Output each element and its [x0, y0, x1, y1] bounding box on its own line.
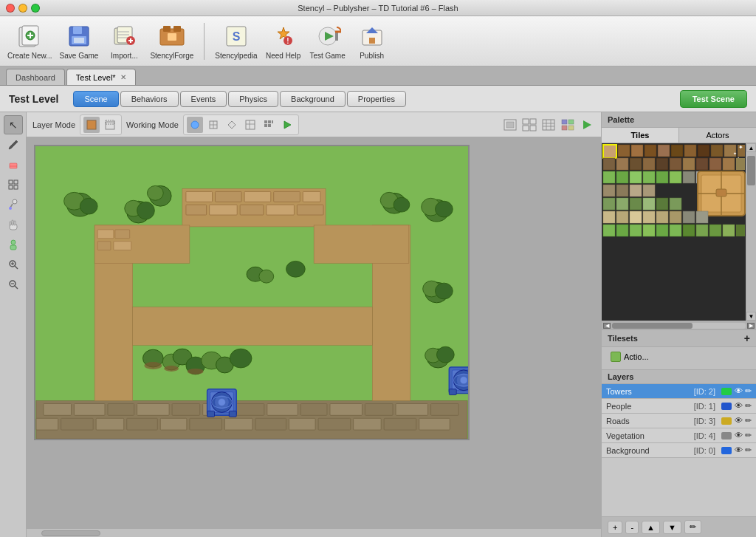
palette-scroll-up[interactable]: ▲ [746, 143, 756, 152]
layers-remove-button[interactable]: - [625, 521, 639, 534]
tool-zoom-out[interactable] [4, 275, 23, 294]
palette-tab-tiles[interactable]: Tiles [602, 128, 679, 143]
nav-background[interactable]: Background [280, 91, 346, 107]
page-title: Test Level [9, 93, 58, 105]
layer-visibility-vegetation[interactable]: 👁 [735, 431, 743, 440]
svg-rect-187 [645, 145, 656, 157]
toolbar-publish[interactable]: Publish [354, 23, 391, 60]
layer-row-roads[interactable]: Roads [ID: 3] 👁 ✏ [602, 414, 756, 428]
horizontal-scrollbar[interactable] [27, 528, 601, 537]
svg-text:S: S [233, 30, 241, 43]
palette-hscroll[interactable]: ◀ ▶ [602, 321, 756, 329]
layer-visibility-background[interactable]: 👁 [735, 445, 743, 455]
palette-hscroll-right[interactable]: ▶ [747, 323, 755, 329]
working-mode-btn-4[interactable] [242, 117, 258, 133]
palette-scrollbar[interactable]: ▲ ▼ [746, 143, 756, 321]
svg-rect-206 [709, 158, 721, 170]
palette-hscroll-left[interactable]: ◀ [603, 323, 611, 329]
palette-tab-actors[interactable]: Actors [679, 128, 756, 143]
layers-add-button[interactable]: + [608, 521, 622, 534]
layer-visibility-towers[interactable]: 👁 [735, 386, 743, 396]
palette-scroll-track[interactable] [746, 152, 756, 312]
scrollbar-thumb[interactable] [41, 530, 100, 536]
layer-row-vegetation[interactable]: Vegetation [ID: 4] 👁 ✏ [602, 428, 756, 443]
svg-point-142 [147, 185, 163, 200]
layers-up-button[interactable]: ▲ [642, 521, 660, 534]
working-mode-btn-2[interactable] [205, 117, 221, 133]
maximize-button[interactable] [31, 4, 40, 13]
tool-zoom-in[interactable] [4, 255, 23, 274]
nav-physics[interactable]: Physics [228, 91, 278, 107]
tool-eraser[interactable] [4, 155, 23, 174]
toolbar-stencylpedia[interactable]: S Stencylpedia [215, 23, 257, 60]
tool-eyedrop[interactable] [4, 195, 23, 214]
toolbar-create-new[interactable]: Create New... [7, 23, 52, 60]
view-btn-2[interactable] [521, 117, 537, 133]
svg-rect-118 [244, 191, 271, 202]
working-mode-btn-5[interactable] [261, 117, 277, 133]
right-panel: Palette Tiles Actors [601, 112, 756, 537]
save-game-label: Save Game [60, 52, 99, 60]
nav-events[interactable]: Events [180, 91, 227, 107]
layer-row-background[interactable]: Background [ID: 0] 👁 ✏ [602, 443, 756, 458]
toolbar-stencylforge[interactable]: StencylForge [150, 23, 193, 60]
svg-rect-41 [12, 220, 13, 225]
svg-point-166 [259, 270, 274, 283]
svg-rect-110 [289, 418, 315, 430]
view-btn-3[interactable] [540, 117, 557, 133]
tool-pencil[interactable] [4, 135, 23, 154]
toolbar-save-game[interactable]: Save Game [60, 23, 99, 60]
svg-rect-75 [543, 120, 554, 130]
play-scene-btn[interactable] [579, 117, 595, 133]
svg-rect-133 [97, 242, 111, 250]
working-mode-btn-3[interactable] [224, 117, 240, 133]
svg-rect-104 [96, 418, 124, 430]
layers-down-button[interactable]: ▼ [663, 521, 681, 534]
layer-mode-btn-1[interactable] [83, 117, 100, 133]
layer-row-people[interactable]: People [ID: 1] 👁 ✏ [602, 399, 756, 414]
game-canvas[interactable] [34, 145, 470, 440]
tool-select[interactable]: ↖ [4, 115, 23, 134]
toolbar-test-game[interactable]: Test Game [309, 23, 346, 60]
tab-test-level[interactable]: Test Level* ✕ [66, 69, 136, 85]
tileset-item-actio[interactable]: Actio... [608, 350, 750, 363]
layer-lock-roads[interactable]: ✏ [745, 416, 752, 425]
layer-name-people: People [606, 402, 691, 411]
minimize-button[interactable] [18, 4, 27, 13]
working-mode-btn-1[interactable] [187, 117, 203, 133]
palette-scroll-thumb[interactable] [747, 156, 755, 185]
nav-properties[interactable]: Properties [347, 91, 406, 107]
working-mode-btn-play[interactable] [279, 117, 295, 133]
view-btn-1[interactable] [502, 117, 518, 133]
tab-close-icon[interactable]: ✕ [120, 73, 126, 81]
svg-rect-246 [643, 225, 655, 236]
layer-lock-background[interactable]: ✏ [745, 445, 752, 455]
layer-visibility-roads[interactable]: 👁 [735, 416, 743, 425]
tool-grid[interactable] [4, 175, 23, 194]
palette-hscroll-thumb[interactable] [612, 323, 693, 329]
view-btn-4[interactable] [560, 117, 576, 133]
layer-lock-vegetation[interactable]: ✏ [745, 431, 752, 440]
layer-visibility-people[interactable]: 👁 [735, 401, 743, 411]
palette-scroll-down[interactable]: ▼ [746, 312, 756, 321]
nav-behaviors[interactable]: Behaviors [120, 91, 179, 107]
toolbar-import[interactable]: Import... [106, 23, 142, 60]
layer-lock-towers[interactable]: ✏ [745, 386, 752, 396]
layers-edit-button[interactable]: ✏ [684, 520, 701, 534]
window-controls[interactable] [6, 4, 40, 13]
scene-toolbar: Layer Mode Working Mode [27, 112, 601, 137]
toolbar-need-help[interactable]: ! Need Help [265, 23, 302, 60]
nav-scene[interactable]: Scene [73, 91, 118, 107]
tilesets-add-icon[interactable]: + [744, 332, 750, 344]
test-scene-button[interactable]: Test Scene [680, 90, 747, 108]
tab-dashboard[interactable]: Dashboard [6, 69, 65, 85]
layer-mode-btn-2[interactable] [102, 117, 118, 133]
layer-lock-people[interactable]: ✏ [745, 401, 752, 411]
palette-content[interactable]: ✦ ✦ ✦ [602, 143, 756, 321]
layer-icons-people: 👁 ✏ [735, 401, 752, 411]
tool-hand[interactable] [4, 215, 23, 234]
tool-actor[interactable] [4, 235, 23, 254]
close-button[interactable] [6, 4, 15, 13]
canvas-wrapper[interactable] [27, 137, 601, 528]
layer-row-towers[interactable]: Towers [ID: 2] 👁 ✏ [602, 384, 756, 399]
